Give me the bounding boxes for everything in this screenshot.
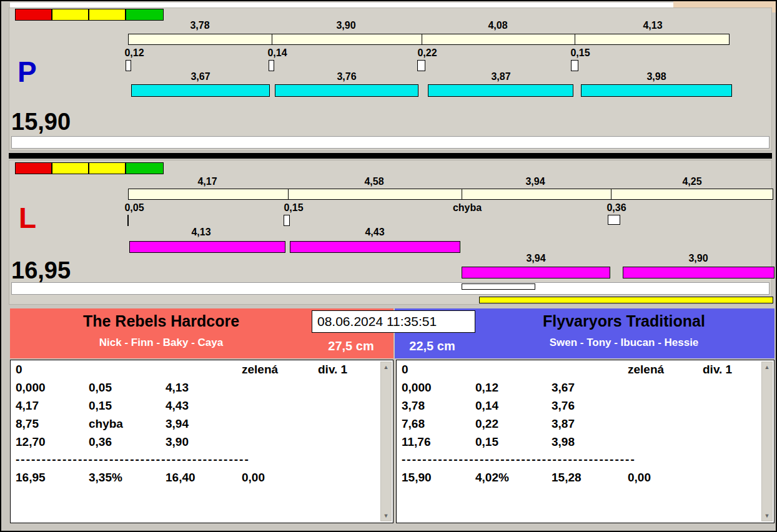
scroll-up-icon[interactable]: ▲ bbox=[762, 363, 772, 372]
table-row: 0 zelená div. 1 bbox=[402, 363, 755, 381]
cell: 0,05 bbox=[89, 381, 166, 399]
lane-l-run-bar-1 bbox=[129, 241, 285, 253]
datetime-display: 08.06.2024 11:35:51 bbox=[312, 310, 475, 333]
cell: div. 1 bbox=[703, 363, 755, 381]
lane-l-gap-marker-4 bbox=[608, 215, 620, 225]
cell: 4,43 bbox=[166, 399, 242, 417]
table-row: 0,000 0,12 3,67 bbox=[402, 381, 755, 399]
team-right-scrollbar[interactable]: ▲ ▼ bbox=[761, 362, 773, 521]
lane-p-gross-time-2: 3,90 bbox=[321, 20, 371, 31]
lane-l-gross-time-2: 4,58 bbox=[349, 176, 399, 187]
lane-l-progress-box bbox=[462, 283, 535, 290]
cell: 7,68 bbox=[402, 417, 475, 435]
team-right-jump-height: 22,5 cm bbox=[398, 339, 466, 353]
lane-p-gap-marker-2 bbox=[269, 60, 274, 71]
lane-l-status-light-1 bbox=[15, 162, 52, 174]
lane-l-gap-marker-1 bbox=[127, 215, 129, 226]
lane-p-crossover-1: 0,12 bbox=[109, 47, 159, 59]
table-total-row: 16,95 3,35% 16,40 0,00 bbox=[16, 471, 374, 489]
team-right-members: Swen - Tony - Ibucan - Hessie bbox=[473, 337, 775, 349]
lane-l-gross-time-1: 4,17 bbox=[182, 176, 232, 187]
team-left-jump-height: 27,5 cm bbox=[312, 339, 390, 353]
scroll-down-icon[interactable]: ▼ bbox=[762, 511, 772, 520]
lane-l-run-bar-3 bbox=[462, 267, 610, 278]
lane-p-crossover-4: 0,15 bbox=[555, 47, 605, 59]
cell: div. 1 bbox=[318, 363, 374, 381]
lane-l-crossover-2: 0,15 bbox=[269, 202, 319, 214]
table-row: 11,76 0,15 3,98 bbox=[402, 435, 755, 453]
table-row: 12,70 0,36 3,90 bbox=[16, 435, 374, 453]
scroll-down-icon[interactable]: ▼ bbox=[381, 511, 391, 520]
lane-l-total-time: 16,95 bbox=[11, 257, 71, 284]
lane-l-run-bar-2 bbox=[290, 241, 460, 253]
lane-l-status-light-4 bbox=[126, 162, 164, 174]
lane-p-run-time-2: 3,76 bbox=[322, 71, 372, 82]
team-left-results-log[interactable]: 0 zelená div. 1 0,000 0,05 4,13 4,17 0,1… bbox=[10, 360, 393, 523]
lane-l-run-time-4: 3,90 bbox=[673, 253, 723, 264]
table-separator: ----------------------------------------… bbox=[16, 453, 250, 466]
lane-p-gap-marker-1 bbox=[126, 60, 131, 71]
team-left-name: The Rebels Hardcore bbox=[10, 312, 312, 330]
cell: 4,17 bbox=[16, 399, 89, 417]
lane-l-status-light-2 bbox=[52, 162, 89, 174]
cell bbox=[166, 363, 242, 381]
cell: 0,00 bbox=[242, 471, 318, 489]
lane-l-rerun-bar bbox=[479, 297, 773, 303]
lane-p-run-time-4: 3,98 bbox=[631, 71, 681, 82]
lane-l-run-time-1: 4,13 bbox=[176, 227, 226, 238]
lane-l-gross-time-3: 3,94 bbox=[510, 176, 560, 187]
lane-p-status-light-1 bbox=[15, 9, 52, 21]
cell bbox=[475, 363, 552, 381]
lane-p-gap-marker-4 bbox=[571, 60, 578, 71]
lane-l-run-time-3: 3,94 bbox=[511, 253, 561, 264]
team-left-members: Nick - Finn - Baky - Caya bbox=[10, 337, 312, 349]
table-separator: ----------------------------------------… bbox=[402, 453, 636, 466]
scroll-up-icon[interactable]: ▲ bbox=[381, 363, 391, 372]
cell: 0,15 bbox=[475, 435, 552, 453]
lane-p-run-bar-3 bbox=[428, 84, 573, 97]
lane-l-crossover-1: 0,05 bbox=[109, 202, 159, 214]
cell bbox=[89, 363, 166, 381]
cell: 11,76 bbox=[402, 435, 475, 453]
lane-p-total-time: 15,90 bbox=[11, 109, 71, 135]
cell: chyba bbox=[89, 417, 166, 435]
cell: 16,95 bbox=[16, 471, 89, 489]
cell: 0,12 bbox=[475, 381, 552, 399]
lane-p-run-bar-1 bbox=[131, 84, 270, 97]
table-row: 7,68 0,22 3,87 bbox=[402, 417, 755, 435]
lane-p-status-light-4 bbox=[126, 9, 164, 21]
cell: zelená bbox=[242, 363, 318, 381]
lane-l-letter: L bbox=[19, 204, 36, 232]
lane-l-gross-time-4: 4,25 bbox=[667, 176, 717, 187]
table-row: 0,000 0,05 4,13 bbox=[16, 381, 374, 399]
lane-p-crossover-2: 0,14 bbox=[252, 47, 302, 59]
cell: 0,15 bbox=[89, 399, 166, 417]
cell: 0,22 bbox=[475, 417, 552, 435]
team-right-results-log[interactable]: 0 zelená div. 1 0,000 0,12 3,67 3,78 0,1… bbox=[396, 360, 775, 523]
lane-p-run-time-1: 3,67 bbox=[176, 71, 225, 82]
lane-p-run-bar-2 bbox=[275, 84, 418, 97]
team-left-scrollbar[interactable]: ▲ ▼ bbox=[380, 362, 392, 521]
cell: 0 bbox=[16, 363, 89, 381]
table-row: 0 zelená div. 1 bbox=[16, 363, 374, 381]
lane-p-status-light-3 bbox=[89, 9, 126, 21]
cell: 0,00 bbox=[628, 471, 703, 489]
table-row: 8,75 chyba 3,94 bbox=[16, 417, 374, 435]
cell: 0,14 bbox=[475, 399, 552, 417]
lane-divider bbox=[9, 153, 772, 159]
lane-p-crossover-3: 0,22 bbox=[402, 47, 452, 59]
lane-p-status-light-2 bbox=[52, 9, 89, 21]
lane-l-fault-label: chyba bbox=[442, 202, 492, 214]
cell: 3,67 bbox=[552, 381, 628, 399]
lane-l-message-strip bbox=[11, 282, 770, 295]
lane-p-gross-time-4: 4,13 bbox=[628, 20, 678, 31]
cell: 16,40 bbox=[166, 471, 242, 489]
lane-p-gross-time-1: 3,78 bbox=[175, 20, 225, 31]
cell: 15,28 bbox=[552, 471, 628, 489]
lane-p-segment-bar bbox=[128, 34, 730, 45]
cell: 0 bbox=[402, 363, 475, 381]
lane-l-crossover-4: 0,36 bbox=[591, 202, 641, 214]
lane-l-run-time-2: 4,43 bbox=[350, 227, 400, 238]
cell: 3,94 bbox=[166, 417, 242, 435]
cell: 0,000 bbox=[16, 381, 89, 399]
